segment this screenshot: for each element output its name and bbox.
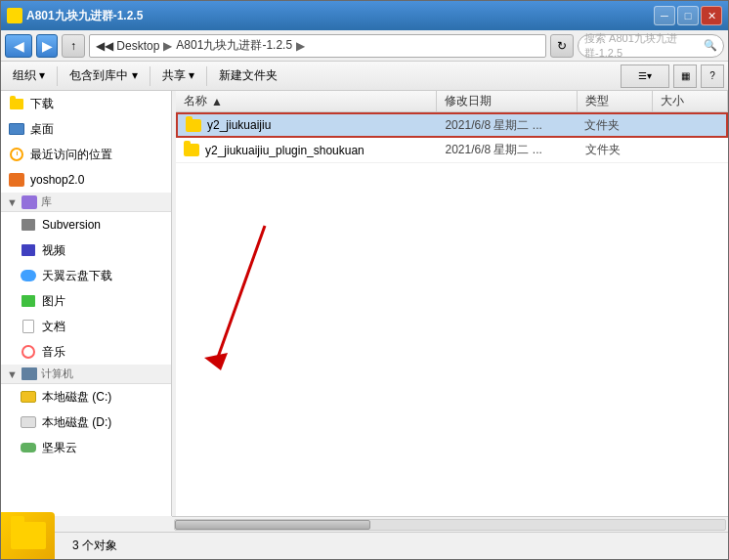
breadcrumb-sep-1: ▶	[163, 39, 172, 53]
col-size-label: 大小	[661, 93, 684, 109]
music-icon	[21, 344, 36, 360]
toolbar: 组织 ▾ 包含到库中 ▾ 共享 ▾ 新建文件夹 ☰▾ ▦ ?	[1, 62, 728, 91]
sidebar-item-subversion[interactable]: Subversion	[1, 212, 171, 237]
folder-icon	[9, 96, 24, 111]
library-icon	[21, 194, 37, 210]
col-header-size[interactable]: 大小	[653, 91, 728, 111]
desktop-icon	[9, 121, 24, 137]
sidebar-item-download[interactable]: 下载	[1, 91, 171, 116]
sidebar-item-disk-d[interactable]: 本地磁盘 (D:)	[1, 409, 171, 435]
toolbar-separator-1	[57, 66, 58, 86]
file-item-2[interactable]: y2_jiukuaijiu_plugin_shoukuan 2021/6/8 星…	[176, 138, 728, 163]
back-button[interactable]: ◀	[5, 34, 32, 58]
share-button[interactable]: 共享 ▾	[154, 65, 202, 88]
file-item-1[interactable]: y2_jiukuaijiu 2021/6/8 星期二 ... 文件夹	[176, 112, 728, 138]
col-header-name[interactable]: 名称 ▲	[176, 91, 437, 111]
cloud-icon	[21, 268, 36, 283]
toolbar-separator-3	[206, 66, 207, 86]
file-cell-size-2	[653, 138, 728, 162]
cloud-drive-icon	[21, 440, 36, 455]
refresh-button[interactable]: ↻	[550, 34, 574, 58]
window-title: A801九块九进群-1.2.5	[26, 8, 143, 24]
horizontal-scrollbar[interactable]	[172, 516, 728, 532]
computer-group[interactable]: ▼ 计算机	[1, 365, 171, 384]
file-cell-size-1	[652, 114, 726, 136]
sidebar-item-desktop[interactable]: 桌面	[1, 116, 171, 142]
sidebar-label-download: 下载	[30, 96, 54, 112]
address-path[interactable]: ◀◀ Desktop ▶ A801九块九进群-1.2.5 ▶	[89, 34, 546, 58]
col-name-label: 名称	[184, 93, 207, 109]
window: A801九块九进群-1.2.5 ─ □ ✕ ◀ ▶ ↑ ◀◀ Desktop ▶…	[0, 0, 729, 560]
recent-icon	[9, 147, 24, 162]
organize-button[interactable]: 组织 ▾	[5, 65, 53, 88]
expand-arrow: ▼	[7, 196, 18, 208]
file-list-area: 名称 ▲ 修改日期 类型 大小	[176, 91, 728, 516]
scrollbar-thumb[interactable]	[175, 520, 370, 530]
file-cell-type-1: 文件夹	[577, 114, 651, 136]
toolbar-right: ☰▾ ▦ ?	[621, 65, 724, 88]
forward-button[interactable]: ▶	[36, 34, 58, 58]
sidebar-item-cloud-download[interactable]: 天翼云盘下载	[1, 263, 171, 288]
disk-d-icon	[21, 414, 36, 430]
breadcrumb-sep-2: ▶	[296, 39, 305, 53]
sidebar-item-disk-c[interactable]: 本地磁盘 (C:)	[1, 384, 171, 409]
computer-expand-arrow: ▼	[7, 368, 18, 380]
video-icon	[21, 242, 36, 258]
sidebar-item-recent[interactable]: 最近访问的位置	[1, 142, 171, 167]
view-details-button[interactable]: ▦	[673, 65, 697, 88]
computer-label: 计算机	[41, 366, 73, 381]
title-bar: A801九块九进群-1.2.5 ─ □ ✕	[1, 1, 728, 30]
file-cell-date-1: 2021/6/8 星期二 ...	[437, 114, 577, 136]
file-cell-name-1: y2_jiukuaijiu	[178, 114, 437, 136]
sidebar-label-cloud: 天翼云盘下载	[42, 268, 112, 284]
sidebar-item-cloud-drive[interactable]: 坚果云	[1, 435, 171, 460]
folder-icon-1	[186, 117, 201, 133]
sidebar-label-music: 音乐	[42, 344, 65, 361]
minimize-button[interactable]: ─	[654, 6, 675, 25]
sidebar-item-video[interactable]: 视频	[1, 237, 171, 263]
search-placeholder: 搜索 A801九块九进群-1.2.5	[584, 31, 704, 61]
main-wrapper: 下载 桌面 最近访问的位置	[1, 91, 728, 559]
library-group[interactable]: ▼ 库	[1, 193, 171, 212]
breadcrumb-folder[interactable]: A801九块九进群-1.2.5	[176, 37, 292, 54]
sidebar-item-music[interactable]: 音乐	[1, 339, 171, 365]
sidebar-item-images[interactable]: 图片	[1, 288, 171, 314]
window-icon	[7, 8, 22, 23]
search-box[interactable]: 搜索 A801九块九进群-1.2.5 🔍	[578, 34, 724, 58]
sidebar-label-video: 视频	[42, 242, 65, 259]
yoshop-icon	[9, 172, 24, 188]
new-folder-button[interactable]: 新建文件夹	[211, 65, 285, 88]
up-button[interactable]: ↑	[62, 34, 85, 58]
sidebar-item-docs[interactable]: 文档	[1, 314, 171, 339]
subversion-icon	[21, 217, 36, 233]
file-cell-type-2: 文件夹	[578, 138, 653, 162]
address-bar: ◀ ▶ ↑ ◀◀ Desktop ▶ A801九块九进群-1.2.5 ▶ ↻ 搜…	[1, 30, 728, 62]
scrollbar-track[interactable]	[174, 519, 726, 531]
view-toggle-button[interactable]: ☰▾	[621, 65, 669, 88]
bottom-folder-decoration	[1, 512, 55, 559]
sidebar-label-desktop: 桌面	[30, 121, 54, 138]
search-icon: 🔍	[704, 39, 717, 52]
doc-icon	[21, 319, 36, 334]
sidebar-label-cloud-drive: 坚果云	[42, 440, 77, 456]
close-button[interactable]: ✕	[701, 6, 722, 25]
file-list: y2_jiukuaijiu 2021/6/8 星期二 ... 文件夹 y2_ji…	[176, 112, 728, 516]
disk-c-icon	[21, 389, 36, 405]
help-button[interactable]: ?	[701, 65, 724, 88]
main-content: 下载 桌面 最近访问的位置	[1, 91, 728, 516]
breadcrumb-desktop[interactable]: ◀◀ Desktop	[96, 39, 159, 53]
file-list-header: 名称 ▲ 修改日期 类型 大小	[176, 91, 728, 112]
col-header-type[interactable]: 类型	[578, 91, 653, 111]
col-date-label: 修改日期	[445, 93, 492, 109]
status-text: 3 个对象	[72, 538, 117, 554]
maximize-button[interactable]: □	[677, 6, 699, 25]
file-cell-name-2: y2_jiukuaijiu_plugin_shoukuan	[176, 138, 437, 162]
include-library-button[interactable]: 包含到库中 ▾	[62, 65, 145, 88]
toolbar-separator-2	[150, 66, 150, 86]
col-type-label: 类型	[585, 93, 609, 109]
sidebar-label-images: 图片	[42, 293, 65, 310]
file-cell-date-2: 2021/6/8 星期二 ...	[437, 138, 578, 162]
sidebar-item-yoshop[interactable]: yoshop2.0	[1, 167, 171, 193]
sidebar-label-yoshop: yoshop2.0	[30, 173, 84, 187]
col-header-date[interactable]: 修改日期	[437, 91, 578, 111]
